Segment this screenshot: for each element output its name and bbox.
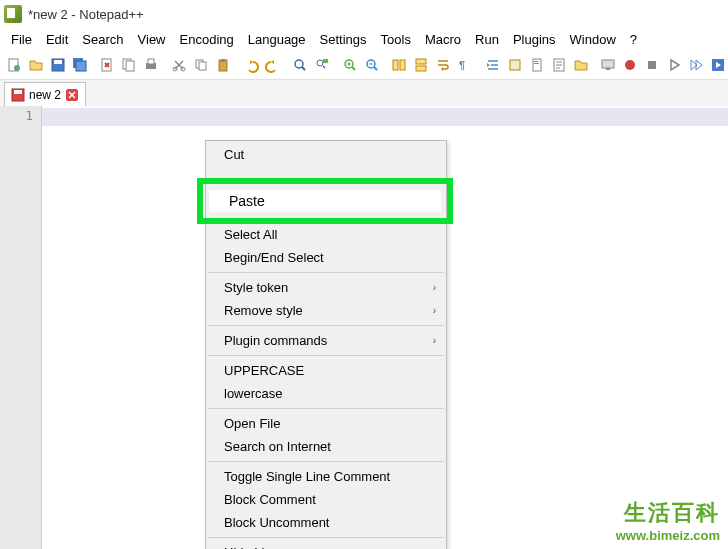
ctx-open-file[interactable]: Open File [206,412,446,435]
ctx-remove-style[interactable]: Remove style› [206,299,446,322]
copy-icon[interactable] [191,54,211,76]
svg-rect-29 [534,61,538,62]
menu-view[interactable]: View [131,30,173,49]
tab-unsaved-icon [11,88,25,102]
userdef-icon[interactable] [505,54,525,76]
svg-rect-10 [148,59,154,64]
svg-rect-19 [323,59,328,63]
gutter: 1 [0,106,42,549]
sync-h-icon[interactable] [411,54,431,76]
svg-rect-30 [534,63,539,64]
redo-icon[interactable] [263,54,283,76]
ctx-lowercase[interactable]: lowercase [206,382,446,405]
titlebar: *new 2 - Notepad++ [0,0,728,28]
separator [208,325,444,326]
ctx-block-comment[interactable]: Block Comment [206,488,446,511]
ctx-hide-lines[interactable]: Hide Lines [206,541,446,549]
watermark-text: 生活百科 [616,498,720,528]
zoom-out-icon[interactable] [362,54,382,76]
menu-edit[interactable]: Edit [39,30,75,49]
app-icon [4,5,22,23]
watermark: 生活百科 www.bimeiz.com [616,498,720,543]
ctx-begin-end-select[interactable]: Begin/End Select [206,246,446,269]
zoom-in-icon[interactable] [340,54,360,76]
cut-icon[interactable] [169,54,189,76]
undo-icon[interactable] [241,54,261,76]
play-icon[interactable] [664,54,684,76]
separator [208,219,444,220]
find-icon[interactable] [290,54,310,76]
svg-rect-16 [221,59,225,62]
menu-search[interactable]: Search [75,30,130,49]
separator [208,461,444,462]
separator [208,272,444,273]
menu-window[interactable]: Window [563,30,623,49]
replace-icon[interactable] [312,54,332,76]
svg-point-18 [317,60,323,66]
menu-tools[interactable]: Tools [374,30,418,49]
line-number: 1 [0,108,41,123]
ctx-cut[interactable]: Cut [206,143,446,166]
tab-close-icon[interactable] [65,88,79,102]
ctx-block-uncomment[interactable]: Block Uncomment [206,511,446,534]
record-icon[interactable] [620,54,640,76]
doc-map-icon[interactable] [527,54,547,76]
svg-text:¶: ¶ [459,59,465,71]
save-all-icon[interactable] [70,54,90,76]
svg-rect-22 [393,60,398,70]
menu-file[interactable]: File [4,30,39,49]
func-list-icon[interactable] [549,54,569,76]
close-all-icon[interactable] [119,54,139,76]
svg-point-34 [625,60,635,70]
tab-bar: new 2 [0,80,728,106]
menu-run[interactable]: Run [468,30,506,49]
menu-plugins[interactable]: Plugins [506,30,563,49]
ctx-plugin-commands[interactable]: Plugin commands› [206,329,446,352]
svg-rect-23 [400,60,405,70]
svg-rect-32 [602,60,614,68]
wrap-icon[interactable] [433,54,453,76]
indent-icon[interactable] [483,54,503,76]
new-file-icon[interactable] [4,54,24,76]
svg-point-1 [14,65,20,71]
window-title: *new 2 - Notepad++ [28,7,144,22]
menu-help[interactable]: ? [623,30,644,49]
save-icon[interactable] [48,54,68,76]
open-file-icon[interactable] [26,54,46,76]
ctx-toggle-comment[interactable]: Toggle Single Line Comment [206,465,446,488]
svg-rect-27 [510,60,520,70]
chevron-right-icon: › [433,305,436,316]
svg-rect-35 [648,61,656,69]
show-all-icon[interactable]: ¶ [455,54,475,76]
tab-new2[interactable]: new 2 [4,82,86,106]
context-menu: Cut Select All Begin/End Select Style to… [205,140,447,549]
sync-v-icon[interactable] [389,54,409,76]
menu-settings[interactable]: Settings [313,30,374,49]
folder-icon[interactable] [571,54,591,76]
ctx-style-token[interactable]: Style token› [206,276,446,299]
menu-encoding[interactable]: Encoding [173,30,241,49]
menu-language[interactable]: Language [241,30,313,49]
tab-label: new 2 [29,88,61,102]
ctx-uppercase[interactable]: UPPERCASE [206,359,446,382]
ctx-select-all[interactable]: Select All [206,223,446,246]
play-multi-icon[interactable] [686,54,706,76]
paste-icon[interactable] [213,54,233,76]
separator [208,537,444,538]
chevron-right-icon: › [433,335,436,346]
svg-rect-3 [54,60,62,64]
close-icon[interactable] [98,54,118,76]
print-icon[interactable] [141,54,161,76]
monitor-icon[interactable] [598,54,618,76]
svg-rect-33 [606,68,610,70]
svg-rect-5 [76,61,86,71]
save-macro-icon[interactable] [708,54,728,76]
chevron-right-icon: › [433,282,436,293]
menu-macro[interactable]: Macro [418,30,468,49]
stop-icon[interactable] [642,54,662,76]
svg-rect-14 [199,62,206,70]
current-line-highlight [42,108,728,126]
svg-point-17 [295,60,303,68]
ctx-search-internet[interactable]: Search on Internet [206,435,446,458]
toolbar: ¶ [0,50,728,80]
